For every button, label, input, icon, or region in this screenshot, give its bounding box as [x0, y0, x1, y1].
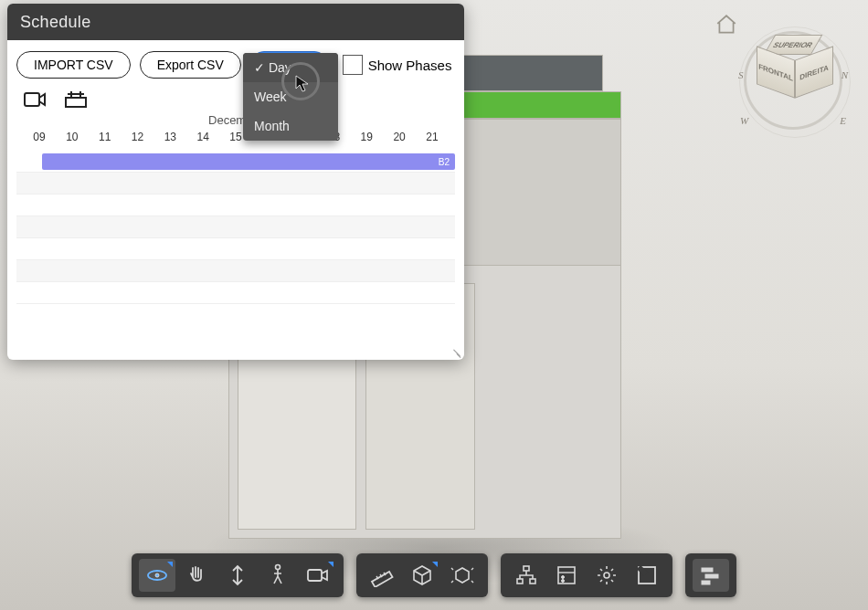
gantt-area[interactable]: B2 [16, 151, 455, 304]
checkbox-box[interactable] [343, 55, 363, 75]
panel-title[interactable]: Schedule [7, 4, 464, 40]
fullscreen-button[interactable] [629, 559, 665, 592]
granularity-dropdown[interactable]: ✓ DayWeekMonth [243, 53, 338, 141]
svg-rect-24 [702, 581, 710, 584]
submenu-indicator-icon [328, 562, 333, 567]
svg-rect-15 [530, 579, 535, 584]
svg-rect-16 [558, 567, 575, 584]
svg-point-6 [155, 573, 159, 577]
home-icon[interactable] [715, 13, 738, 37]
measure-button[interactable] [364, 559, 400, 592]
day-tick: 10 [58, 131, 86, 143]
svg-rect-0 [25, 93, 39, 106]
bottom-toolbar [132, 553, 736, 597]
compass-e: E [840, 115, 846, 126]
gantt-row[interactable]: B2 [16, 151, 455, 173]
model-tree-button[interactable] [508, 559, 545, 592]
gantt-row[interactable] [16, 216, 455, 238]
svg-point-20 [604, 573, 609, 578]
section-button[interactable] [404, 559, 440, 592]
camera-left-icon[interactable] [24, 89, 48, 110]
gantt-row[interactable] [16, 238, 455, 260]
svg-rect-22 [702, 568, 713, 572]
gantt-row[interactable] [16, 173, 455, 195]
show-phases-label: Show Phases [368, 58, 452, 73]
gantt-row[interactable] [16, 260, 455, 282]
tool-group-analyze [356, 553, 488, 597]
show-phases-checkbox[interactable]: Show Phases [343, 55, 452, 75]
svg-rect-1 [66, 98, 86, 107]
tool-group-nav [132, 553, 344, 597]
month-label: December [16, 113, 455, 127]
day-tick: 12 [123, 131, 151, 143]
gantt-bar[interactable]: B2 [42, 153, 455, 170]
day-tick: 19 [353, 131, 380, 143]
tool-group-schedule [685, 553, 736, 597]
export-csv-button[interactable]: Export CSV [140, 51, 241, 79]
resize-handle-icon[interactable] [449, 344, 461, 357]
camera-button[interactable] [300, 559, 336, 592]
svg-rect-13 [524, 566, 529, 571]
schedule-panel: Schedule IMPORT CSV Export CSV ✓ Day Sho… [7, 4, 464, 360]
svg-rect-14 [517, 579, 523, 584]
day-tick: 09 [26, 131, 53, 143]
updown-button[interactable] [219, 559, 256, 592]
orbit-button[interactable] [139, 559, 175, 592]
gantt-row[interactable] [16, 195, 455, 216]
pan-button[interactable] [179, 559, 216, 592]
view-cube[interactable]: N S E W SUPERIOR FRONTAL DIREITA [744, 31, 842, 130]
dropdown-item-day[interactable]: ✓ Day [243, 53, 338, 82]
svg-point-7 [276, 565, 281, 570]
day-tick: 11 [91, 131, 119, 143]
tool-group-info [501, 553, 672, 597]
svg-rect-9 [372, 572, 393, 587]
timeline-view-icon[interactable] [64, 89, 88, 110]
settings-button[interactable] [588, 559, 625, 592]
explode-button[interactable] [444, 559, 481, 592]
panel-toolbar: IMPORT CSV Export CSV ✓ Day Show Phases [16, 51, 455, 79]
gantt-bar-label: B2 [439, 157, 450, 167]
import-csv-button[interactable]: IMPORT CSV [16, 51, 131, 79]
svg-point-19 [562, 580, 565, 583]
schedule-button[interactable] [693, 559, 729, 592]
day-tick: 20 [386, 131, 413, 143]
dropdown-item-week[interactable]: Week [243, 82, 338, 111]
dropdown-item-month[interactable]: Month [243, 111, 338, 141]
walk-button[interactable] [259, 559, 296, 592]
compass-s: S [738, 69, 744, 80]
compass-n: N [842, 69, 848, 80]
properties-button[interactable] [548, 559, 585, 592]
day-tick: 13 [156, 131, 184, 143]
svg-point-18 [562, 576, 565, 579]
svg-rect-8 [308, 570, 322, 581]
svg-rect-23 [705, 574, 718, 578]
submenu-indicator-icon [432, 562, 438, 567]
day-tick: 21 [418, 131, 446, 143]
submenu-indicator-icon [167, 562, 173, 567]
day-tick: 14 [189, 131, 217, 143]
gantt-row[interactable] [16, 282, 455, 304]
day-scale: 09101112131415161718192021 [16, 131, 455, 143]
compass-w: W [740, 115, 748, 126]
